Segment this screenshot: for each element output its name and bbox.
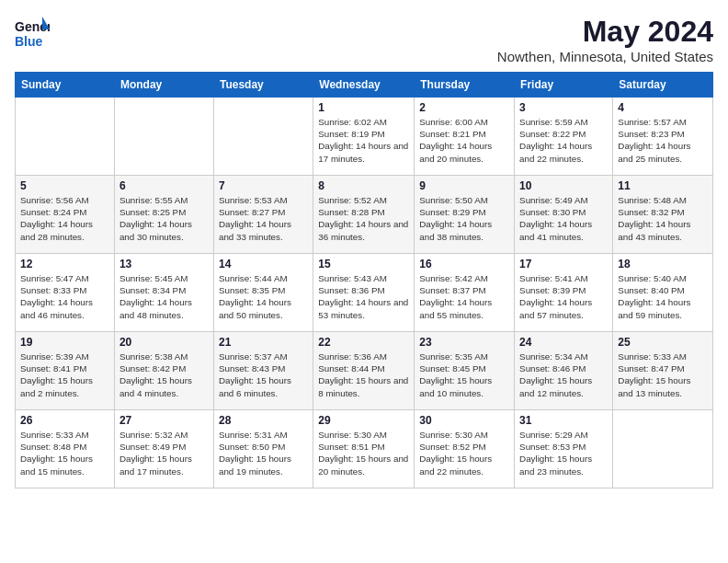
day-number: 3 — [519, 101, 608, 114]
day-number: 5 — [20, 179, 109, 192]
header-tuesday: Tuesday — [213, 73, 313, 98]
calendar-cell: 17Sunrise: 5:41 AM Sunset: 8:39 PM Dayli… — [515, 254, 613, 332]
calendar-week-3: 12Sunrise: 5:47 AM Sunset: 8:33 PM Dayli… — [16, 254, 713, 332]
calendar-cell: 24Sunrise: 5:34 AM Sunset: 8:46 PM Dayli… — [515, 332, 613, 410]
day-detail: Sunrise: 5:34 AM Sunset: 8:46 PM Dayligh… — [519, 350, 608, 399]
header-monday: Monday — [114, 73, 213, 98]
calendar-cell: 4Sunrise: 5:57 AM Sunset: 8:23 PM Daylig… — [613, 98, 713, 176]
header-sunday: Sunday — [16, 73, 115, 98]
calendar-cell: 3Sunrise: 5:59 AM Sunset: 8:22 PM Daylig… — [515, 98, 613, 176]
calendar-cell: 13Sunrise: 5:45 AM Sunset: 8:34 PM Dayli… — [114, 254, 213, 332]
day-number: 28 — [219, 414, 308, 427]
day-detail: Sunrise: 5:55 AM Sunset: 8:25 PM Dayligh… — [119, 194, 209, 243]
calendar-cell: 20Sunrise: 5:38 AM Sunset: 8:42 PM Dayli… — [114, 332, 213, 410]
day-detail: Sunrise: 5:33 AM Sunset: 8:47 PM Dayligh… — [618, 350, 708, 399]
day-detail: Sunrise: 5:43 AM Sunset: 8:36 PM Dayligh… — [318, 272, 409, 321]
calendar-cell: 30Sunrise: 5:30 AM Sunset: 8:52 PM Dayli… — [415, 410, 515, 488]
calendar-cell: 19Sunrise: 5:39 AM Sunset: 8:41 PM Dayli… — [16, 332, 115, 410]
calendar-week-1: 1Sunrise: 6:02 AM Sunset: 8:19 PM Daylig… — [16, 98, 713, 176]
calendar-header: Sunday Monday Tuesday Wednesday Thursday… — [16, 73, 713, 98]
header-wednesday: Wednesday — [313, 73, 415, 98]
day-detail: Sunrise: 5:42 AM Sunset: 8:37 PM Dayligh… — [419, 272, 509, 321]
calendar-table: Sunday Monday Tuesday Wednesday Thursday… — [15, 72, 713, 488]
day-detail: Sunrise: 5:37 AM Sunset: 8:43 PM Dayligh… — [219, 350, 308, 399]
day-detail: Sunrise: 5:38 AM Sunset: 8:42 PM Dayligh… — [119, 350, 209, 399]
calendar-cell — [213, 98, 313, 176]
day-detail: Sunrise: 5:45 AM Sunset: 8:34 PM Dayligh… — [119, 272, 209, 321]
header-saturday: Saturday — [613, 73, 713, 98]
calendar-cell: 8Sunrise: 5:52 AM Sunset: 8:28 PM Daylig… — [313, 176, 415, 254]
calendar-cell: 21Sunrise: 5:37 AM Sunset: 8:43 PM Dayli… — [213, 332, 313, 410]
day-detail: Sunrise: 5:48 AM Sunset: 8:32 PM Dayligh… — [618, 194, 708, 243]
day-detail: Sunrise: 5:59 AM Sunset: 8:22 PM Dayligh… — [519, 116, 608, 165]
day-number: 26 — [20, 414, 109, 427]
calendar-cell: 27Sunrise: 5:32 AM Sunset: 8:49 PM Dayli… — [114, 410, 213, 488]
header-friday: Friday — [515, 73, 613, 98]
day-detail: Sunrise: 5:50 AM Sunset: 8:29 PM Dayligh… — [419, 194, 509, 243]
day-detail: Sunrise: 5:36 AM Sunset: 8:44 PM Dayligh… — [318, 350, 409, 399]
day-number: 8 — [318, 179, 409, 192]
calendar-cell: 2Sunrise: 6:00 AM Sunset: 8:21 PM Daylig… — [415, 98, 515, 176]
day-number: 16 — [419, 258, 509, 270]
day-detail: Sunrise: 5:44 AM Sunset: 8:35 PM Dayligh… — [219, 272, 308, 321]
day-number: 9 — [419, 179, 509, 192]
calendar-cell: 6Sunrise: 5:55 AM Sunset: 8:25 PM Daylig… — [114, 176, 213, 254]
day-number: 31 — [519, 414, 608, 427]
calendar-cell: 15Sunrise: 5:43 AM Sunset: 8:36 PM Dayli… — [313, 254, 415, 332]
calendar-cell: 23Sunrise: 5:35 AM Sunset: 8:45 PM Dayli… — [415, 332, 515, 410]
day-detail: Sunrise: 5:41 AM Sunset: 8:39 PM Dayligh… — [519, 272, 608, 321]
day-detail: Sunrise: 5:52 AM Sunset: 8:28 PM Dayligh… — [318, 194, 409, 243]
day-detail: Sunrise: 5:31 AM Sunset: 8:50 PM Dayligh… — [219, 429, 308, 477]
calendar-cell: 1Sunrise: 6:02 AM Sunset: 8:19 PM Daylig… — [313, 98, 415, 176]
calendar-week-2: 5Sunrise: 5:56 AM Sunset: 8:24 PM Daylig… — [16, 176, 713, 254]
calendar-cell: 25Sunrise: 5:33 AM Sunset: 8:47 PM Dayli… — [613, 332, 713, 410]
day-number: 17 — [519, 258, 608, 270]
day-number: 24 — [519, 336, 608, 349]
calendar-body: 1Sunrise: 6:02 AM Sunset: 8:19 PM Daylig… — [16, 98, 713, 488]
day-detail: Sunrise: 5:33 AM Sunset: 8:48 PM Dayligh… — [20, 429, 109, 477]
day-number: 7 — [219, 179, 308, 192]
calendar-cell: 5Sunrise: 5:56 AM Sunset: 8:24 PM Daylig… — [16, 176, 115, 254]
day-detail: Sunrise: 5:49 AM Sunset: 8:30 PM Dayligh… — [519, 194, 608, 243]
day-number: 21 — [219, 336, 308, 349]
day-detail: Sunrise: 5:30 AM Sunset: 8:51 PM Dayligh… — [318, 429, 409, 477]
calendar-cell: 14Sunrise: 5:44 AM Sunset: 8:35 PM Dayli… — [213, 254, 313, 332]
logo-icon: General Blue — [15, 15, 50, 52]
day-detail: Sunrise: 6:00 AM Sunset: 8:21 PM Dayligh… — [419, 116, 509, 165]
calendar-title: May 2024 — [497, 15, 713, 49]
day-number: 22 — [318, 336, 409, 349]
day-detail: Sunrise: 5:57 AM Sunset: 8:23 PM Dayligh… — [618, 116, 708, 165]
day-number: 27 — [119, 414, 209, 427]
day-detail: Sunrise: 5:40 AM Sunset: 8:40 PM Dayligh… — [618, 272, 708, 321]
logo: General Blue — [15, 15, 50, 52]
day-number: 12 — [20, 258, 109, 270]
day-detail: Sunrise: 6:02 AM Sunset: 8:19 PM Dayligh… — [318, 116, 409, 165]
day-number: 30 — [419, 414, 509, 427]
calendar-cell: 12Sunrise: 5:47 AM Sunset: 8:33 PM Dayli… — [16, 254, 115, 332]
calendar-week-5: 26Sunrise: 5:33 AM Sunset: 8:48 PM Dayli… — [16, 410, 713, 488]
day-number: 4 — [618, 101, 708, 114]
calendar-cell: 10Sunrise: 5:49 AM Sunset: 8:30 PM Dayli… — [515, 176, 613, 254]
header-row: Sunday Monday Tuesday Wednesday Thursday… — [16, 73, 713, 98]
title-block: May 2024 Nowthen, Minnesota, United Stat… — [497, 15, 713, 64]
calendar-cell: 18Sunrise: 5:40 AM Sunset: 8:40 PM Dayli… — [613, 254, 713, 332]
day-detail: Sunrise: 5:29 AM Sunset: 8:53 PM Dayligh… — [519, 429, 608, 477]
calendar-cell: 7Sunrise: 5:53 AM Sunset: 8:27 PM Daylig… — [213, 176, 313, 254]
day-detail: Sunrise: 5:35 AM Sunset: 8:45 PM Dayligh… — [419, 350, 509, 399]
calendar-cell: 26Sunrise: 5:33 AM Sunset: 8:48 PM Dayli… — [16, 410, 115, 488]
day-number: 23 — [419, 336, 509, 349]
page-header: General Blue May 2024 Nowthen, Minnesota… — [15, 15, 713, 64]
location-label: Nowthen, Minnesota, United States — [497, 49, 713, 64]
day-number: 20 — [119, 336, 209, 349]
day-number: 13 — [119, 258, 209, 270]
svg-text:Blue: Blue — [15, 34, 43, 49]
day-detail: Sunrise: 5:56 AM Sunset: 8:24 PM Dayligh… — [20, 194, 109, 243]
day-detail: Sunrise: 5:53 AM Sunset: 8:27 PM Dayligh… — [219, 194, 308, 243]
calendar-cell — [613, 410, 713, 488]
day-number: 14 — [219, 258, 308, 270]
day-detail: Sunrise: 5:47 AM Sunset: 8:33 PM Dayligh… — [20, 272, 109, 321]
day-number: 29 — [318, 414, 409, 427]
calendar-cell: 31Sunrise: 5:29 AM Sunset: 8:53 PM Dayli… — [515, 410, 613, 488]
calendar-cell: 11Sunrise: 5:48 AM Sunset: 8:32 PM Dayli… — [613, 176, 713, 254]
day-detail: Sunrise: 5:30 AM Sunset: 8:52 PM Dayligh… — [419, 429, 509, 477]
